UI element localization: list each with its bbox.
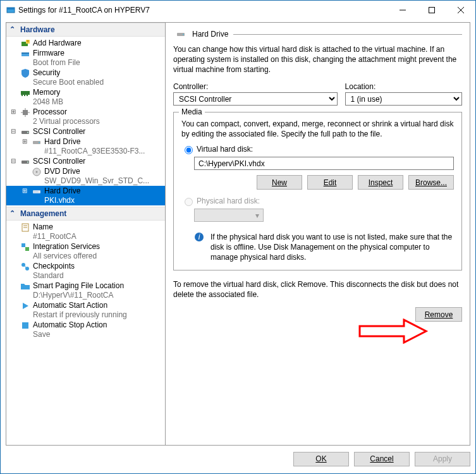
titlebar: Settings for #11_RootCA on HYPERV7 [1,1,475,20]
phd-select-disabled [194,209,264,222]
media-legend: Media [179,107,205,116]
hard-drive-icon [32,137,42,147]
start-action-icon [20,301,30,311]
collapse-icon[interactable]: ⌃ [9,25,16,32]
svg-rect-26 [21,243,25,247]
svg-point-20 [27,162,28,163]
tree-scsi-2[interactable]: ⊟ SCSI Controller [6,156,165,166]
hardware-header[interactable]: ⌃ Hardware [6,23,165,37]
management-header[interactable]: ⌃ Management [6,207,165,221]
minimize-button[interactable] [388,1,417,20]
close-button[interactable] [446,1,475,20]
tree-security[interactable]: · Security [6,68,165,78]
tree-scsi-1[interactable]: ⊟ SCSI Controller [6,126,165,137]
panel-description: You can change how this virtual hard dis… [173,44,462,75]
ok-button[interactable]: OK [293,452,349,466]
svg-point-16 [27,132,28,133]
scsi-icon [20,157,30,167]
apply-button: Apply [415,452,470,466]
svg-point-32 [183,34,184,35]
detail-panel: Hard Drive You can change how this virtu… [166,23,470,445]
expand-icon[interactable]: ⊞ [20,137,29,146]
tree-firmware[interactable]: · Firmware [6,48,165,58]
dvd-icon [32,167,42,177]
svg-rect-3 [429,8,435,13]
tree-asto-sub: Save [6,330,165,339]
scsi-icon [20,127,30,137]
tree-add-hardware[interactable]: · Add Hardware [6,38,165,48]
remove-description: To remove the virtual hard disk, click R… [173,279,462,300]
phd-radio-row: Physical hard disk: [181,196,454,206]
svg-text:i: i [198,233,200,241]
location-select[interactable]: 1 (in use) [345,92,462,106]
firmware-icon [20,49,30,59]
tree-integ-sub: All services offered [6,252,165,261]
tree-smart-paging[interactable]: · Smart Paging File Location [6,281,165,291]
tree-name-sub: #11_RootCA [6,232,165,241]
tree-hdd1-sub: #11_RootCA_93EE3530-F3... [6,147,165,156]
tree-integration[interactable]: · Integration Services [6,241,165,252]
controller-select[interactable]: SCSI Controller [173,92,338,106]
location-label: Location: [345,82,462,91]
tree-chk-sub: Standard [6,271,165,281]
svg-point-24 [39,191,40,193]
tree-hdd-2-selected[interactable]: ⊞ Hard Drive [6,186,165,196]
svg-rect-11 [21,95,23,96]
edit-button[interactable]: Edit [307,175,353,190]
settings-tree: ⌃ Hardware · Add Hardware · Firmware Boo… [6,23,166,445]
vhd-path-input[interactable] [194,157,454,170]
add-hardware-icon [20,39,30,49]
tree-auto-start[interactable]: · Automatic Start Action [6,300,165,310]
collapse-icon[interactable]: ⌃ [9,209,16,216]
svg-rect-9 [21,52,29,54]
memory-icon [20,88,30,98]
vhd-radio-row[interactable]: Virtual hard disk: [181,144,454,154]
tree-spf-sub: D:\HyperV\#11_RootCA [6,291,165,300]
panel-title-row: Hard Drive [173,29,462,39]
phd-radio [185,198,193,206]
tree-processor-sub: 2 Virtual processors [6,117,165,126]
hard-drive-icon [176,29,186,39]
vhd-radio[interactable] [185,146,193,154]
collapse-icon[interactable]: ⊟ [9,157,18,166]
collapse-icon[interactable]: ⊟ [9,127,18,136]
new-button[interactable]: New [257,175,302,190]
dialog-footer: OK Cancel Apply [6,449,470,468]
svg-point-18 [39,142,40,143]
tree-firmware-sub: Boot from File [6,58,165,68]
tree-name[interactable]: · Name [6,222,165,232]
svg-rect-14 [23,110,28,115]
info-text: If the physical hard disk you want to us… [211,232,454,262]
expand-icon[interactable]: ⊞ [9,107,18,116]
panel-title: Hard Drive [192,30,228,39]
inspect-button[interactable]: Inspect [358,175,403,190]
svg-rect-1 [7,8,15,9]
tree-processor[interactable]: ⊞ Processor [6,107,165,117]
tree-auto-stop[interactable]: · Automatic Stop Action [6,320,165,330]
svg-rect-10 [21,91,30,95]
content-area: ⌃ Hardware · Add Hardware · Firmware Boo… [6,22,470,446]
svg-point-22 [36,171,38,173]
tree-dvd[interactable]: · DVD Drive [6,166,165,176]
name-icon [20,222,30,233]
tree-memory[interactable]: · Memory [6,87,165,97]
svg-rect-27 [25,247,29,251]
svg-rect-30 [22,322,28,329]
info-icon: i [194,232,204,242]
stop-action-icon [20,320,30,331]
tree-dvd-sub: SW_DVD9_Win_Svr_STD_C... [6,176,165,186]
annotation-arrow [357,319,432,344]
vhd-radio-label: Virtual hard disk: [197,145,253,154]
cancel-button[interactable]: Cancel [354,452,410,466]
media-groupbox: Media You can compact, convert, expand, … [173,112,462,270]
window-title: Settings for #11_RootCA on HYPERV7 [16,6,388,15]
browse-button[interactable]: Browse... [408,175,454,190]
tree-checkpoints[interactable]: · Checkpoints [6,261,165,271]
app-icon [6,5,16,15]
maximize-button[interactable] [417,1,446,20]
remove-button[interactable]: Remove [415,307,462,322]
tree-hdd-1[interactable]: ⊞ Hard Drive [6,137,165,147]
expand-icon[interactable]: ⊞ [20,186,29,195]
phd-radio-label: Physical hard disk: [197,197,260,205]
tree-hdd2-sub: PKI.vhdx [6,196,165,205]
